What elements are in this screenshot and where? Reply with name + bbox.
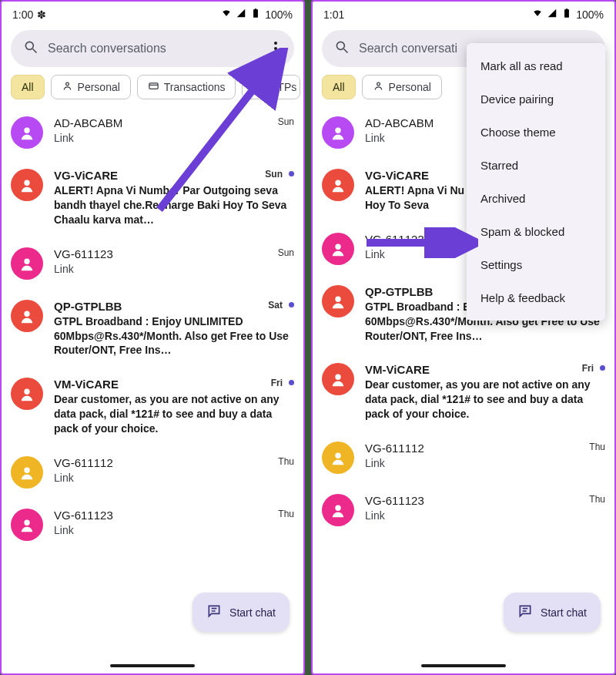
svg-point-21 xyxy=(335,180,340,186)
sender-label: VM-ViCARE xyxy=(365,363,430,376)
nav-bar-hint xyxy=(421,664,506,667)
unread-indicator xyxy=(289,302,294,307)
svg-point-13 xyxy=(24,520,29,526)
sender-label: VG-ViCARE xyxy=(365,169,429,182)
nav-bar-hint xyxy=(110,664,195,667)
filter-all[interactable]: All xyxy=(11,75,45,99)
card-icon xyxy=(148,80,159,94)
filter-row: All Personal Transactions OTPs xyxy=(2,75,303,107)
avatar xyxy=(322,442,354,474)
sender-label: VG-611123 xyxy=(365,494,424,507)
message-snippet: Link xyxy=(54,262,294,277)
svg-point-17 xyxy=(336,42,344,49)
message-snippet: Link xyxy=(54,131,294,146)
message-snippet: Link xyxy=(54,523,294,538)
search-icon xyxy=(334,39,350,58)
avatar xyxy=(11,456,43,489)
signal-icon xyxy=(236,8,246,21)
svg-point-23 xyxy=(335,296,340,301)
search-placeholder: Search conversations xyxy=(48,42,257,55)
menu-item[interactable]: Settings xyxy=(467,248,605,281)
wifi-icon xyxy=(532,8,543,21)
search-icon xyxy=(23,39,38,58)
timestamp: Sun xyxy=(278,116,294,127)
menu-item[interactable]: Starred xyxy=(467,149,605,182)
conversation-row[interactable]: VG-611112ThuLink xyxy=(322,432,605,485)
timestamp: Thu xyxy=(278,456,294,467)
avatar xyxy=(322,116,354,149)
avatar xyxy=(11,378,43,410)
phone-right: 1:01 100% Search conversati All Personal… xyxy=(311,0,616,675)
svg-point-9 xyxy=(24,258,29,264)
sender-label: AD-ABCABM xyxy=(54,116,122,129)
sender-label: QP-GTPLBB xyxy=(365,285,433,298)
filter-all[interactable]: All xyxy=(322,75,356,99)
conversation-row[interactable]: QP-GTPLBBSatGTPL Broadband : Enjoy UNLIM… xyxy=(11,290,294,369)
svg-point-7 xyxy=(24,128,29,133)
conversation-row[interactable]: VG-611123ThuLink xyxy=(11,499,294,552)
sender-label: VM-ViCARE xyxy=(54,378,119,391)
unread-indicator xyxy=(600,365,605,371)
menu-item[interactable]: Spam & blocked xyxy=(467,215,605,248)
svg-point-19 xyxy=(377,82,380,86)
timestamp: Thu xyxy=(278,509,294,519)
menu-item[interactable]: Device pairing xyxy=(467,82,605,116)
unread-indicator xyxy=(289,171,294,176)
avatar xyxy=(11,169,43,201)
sender-label: QP-GTPLBB xyxy=(54,300,122,313)
svg-point-8 xyxy=(24,180,29,186)
conversation-row[interactable]: VG-ViCARESunALERT! Apna Vi Number Par Ou… xyxy=(11,160,294,238)
avatar xyxy=(322,233,354,265)
menu-item[interactable]: Help & feedback xyxy=(467,281,605,314)
conversation-row[interactable]: VG-611123SunLink xyxy=(11,238,294,290)
conversation-row[interactable]: VM-ViCAREFriDear customer, as you are no… xyxy=(322,354,605,432)
svg-point-24 xyxy=(335,374,340,380)
timestamp: Sun xyxy=(265,169,283,180)
filter-personal[interactable]: Personal xyxy=(362,75,442,99)
svg-line-1 xyxy=(33,49,37,53)
menu-item[interactable]: Choose theme xyxy=(467,116,605,149)
svg-point-25 xyxy=(335,453,340,458)
filter-transactions[interactable]: Transactions xyxy=(137,75,236,99)
conversation-row[interactable]: VM-ViCAREFriDear customer, as you are no… xyxy=(11,368,294,447)
avatar xyxy=(322,285,354,317)
message-snippet: Dear customer, as you are not active on … xyxy=(365,378,605,421)
message-snippet: ALERT! Apna Vi Number Par Outgoing seva … xyxy=(54,183,294,227)
filter-otps[interactable]: OTPs xyxy=(242,75,300,99)
battery-icon xyxy=(250,8,261,21)
svg-rect-3 xyxy=(149,83,158,89)
more-menu-button[interactable] xyxy=(266,39,285,58)
conversation-row[interactable]: AD-ABCABMSunLink xyxy=(11,107,294,160)
message-snippet: Dear customer, as you are not active on … xyxy=(54,392,294,436)
filter-personal[interactable]: Personal xyxy=(51,75,131,99)
status-bar: 1:00 ✽ 100% xyxy=(2,2,303,24)
timestamp: Thu xyxy=(589,442,605,452)
menu-item[interactable]: Mark all as read xyxy=(467,49,605,82)
sender-label: AD-ABCABM xyxy=(365,116,434,129)
avatar xyxy=(11,300,43,332)
status-time: 1:00 xyxy=(12,8,33,21)
menu-item[interactable]: Archived xyxy=(467,182,605,215)
message-snippet: Link xyxy=(365,509,605,523)
conversation-row[interactable]: VG-611123ThuLink xyxy=(322,485,605,537)
sender-label: VG-611112 xyxy=(54,456,113,469)
do-not-disturb-icon: ✽ xyxy=(37,8,46,21)
start-chat-fab[interactable]: Start chat xyxy=(192,593,290,632)
svg-point-0 xyxy=(25,42,33,49)
svg-point-12 xyxy=(24,468,29,473)
status-time: 1:01 xyxy=(323,8,344,21)
conversation-row[interactable]: VG-611112ThuLink xyxy=(11,447,294,499)
conversation-list: AD-ABCABMSunLinkVG-ViCARESunALERT! Apna … xyxy=(2,107,303,552)
person-icon xyxy=(373,80,384,94)
svg-point-5 xyxy=(256,85,259,88)
start-chat-fab[interactable]: Start chat xyxy=(504,593,601,632)
svg-point-26 xyxy=(335,505,340,511)
key-icon xyxy=(253,80,264,94)
search-bar[interactable]: Search conversations xyxy=(11,30,294,67)
svg-point-22 xyxy=(335,243,340,249)
chat-icon xyxy=(206,603,222,621)
svg-line-18 xyxy=(344,49,348,53)
sender-label: VG-611123 xyxy=(365,233,424,246)
message-snippet: Link xyxy=(365,456,605,471)
svg-point-11 xyxy=(24,389,29,395)
